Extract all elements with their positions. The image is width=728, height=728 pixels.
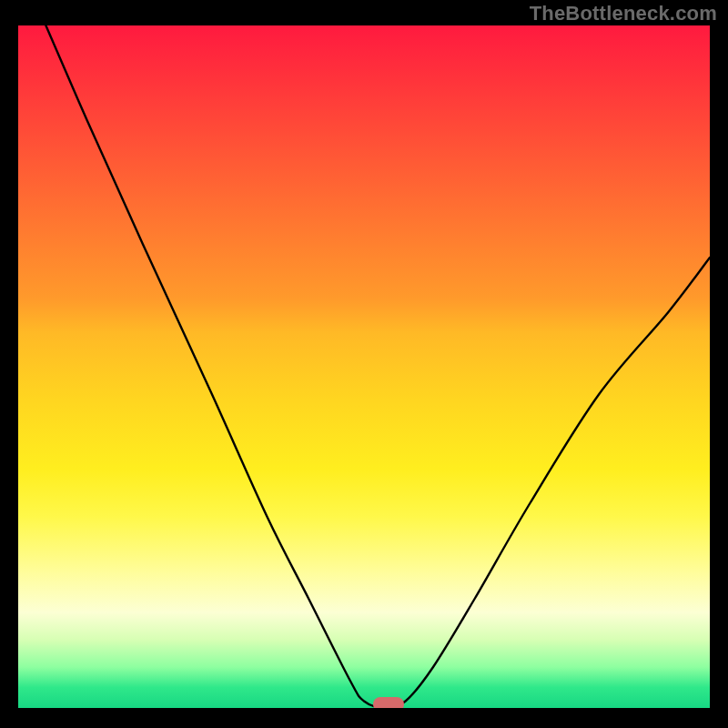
bottleneck-curve bbox=[18, 25, 710, 708]
optimal-marker bbox=[373, 697, 404, 708]
chart-frame: TheBottleneck.com bbox=[0, 0, 728, 728]
watermark-label: TheBottleneck.com bbox=[530, 2, 717, 25]
plot-area bbox=[18, 25, 710, 708]
